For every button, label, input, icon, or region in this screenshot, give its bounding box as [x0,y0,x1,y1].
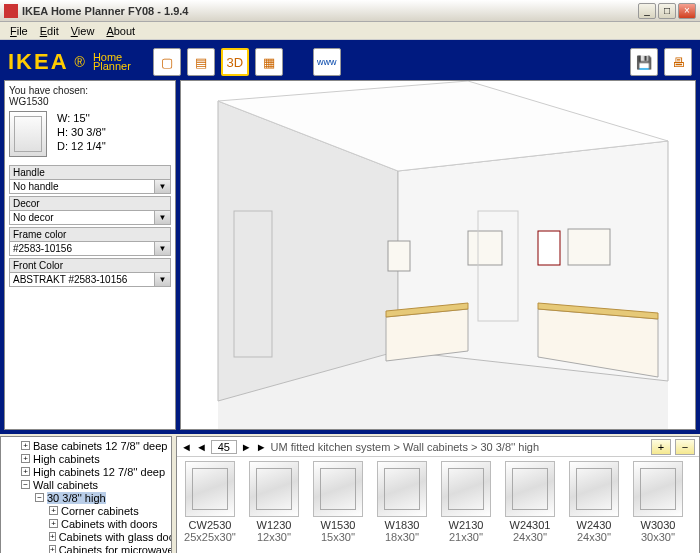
cabinet-thumb-icon [633,461,683,517]
tool-print-icon[interactable]: 🖶 [664,48,692,76]
chevron-down-icon[interactable]: ▼ [155,241,171,256]
3d-viewport[interactable] [180,80,696,430]
label-decor: Decor [9,196,171,210]
tool-list-icon[interactable]: ▦ [255,48,283,76]
chosen-thumbnail [9,111,47,157]
dim-width: W: 15'' [57,111,106,125]
cabinet-thumb-icon [377,461,427,517]
arrow-left-icon[interactable]: ◄ [181,441,192,453]
tool-3d-icon[interactable]: 3D [221,48,249,76]
arrow-left-icon[interactable]: ◄ [196,441,207,453]
menu-view[interactable]: View [65,24,101,38]
zoom-in-button[interactable]: + [651,439,671,455]
close-button[interactable]: × [678,3,696,19]
label-handle: Handle [9,165,171,179]
maximize-button[interactable]: □ [658,3,676,19]
cabinet-thumb-icon [569,461,619,517]
catalog-item[interactable]: W183018x30'' [373,461,431,550]
chosen-heading: You have chosen: [9,85,171,96]
cabinet-thumb-icon [249,461,299,517]
label-frontcolor: Front Color [9,258,171,272]
menu-bar: File Edit View About [0,22,700,40]
catalog-panel: ◄ ◄ ► ► UM fitted kitchen system > Wall … [176,436,700,553]
catalog-item[interactable]: W213021x30'' [437,461,495,550]
svg-rect-5 [388,241,410,271]
dim-depth: D: 12 1/4'' [57,139,106,153]
svg-rect-6 [468,231,502,265]
catalog-item[interactable]: W243024x30'' [565,461,623,550]
label-framecolor: Frame color [9,227,171,241]
logo: IKEA [8,49,69,75]
category-tree[interactable]: +Base cabinets 12 7/8'' deep +High cabin… [0,436,172,553]
cabinet-thumb-icon [505,461,555,517]
properties-panel: You have chosen: WG1530 W: 15'' H: 30 3/… [4,80,176,430]
select-handle[interactable] [9,179,155,194]
arrow-right-icon[interactable]: ► [256,441,267,453]
catalog-item[interactable]: W153015x30'' [309,461,367,550]
cabinet-thumb-icon [441,461,491,517]
select-decor[interactable] [9,210,155,225]
catalog-item[interactable]: CW253025x25x30'' [181,461,239,550]
breadcrumb: UM fitted kitchen system > Wall cabinets… [271,441,540,453]
app-icon [4,4,18,18]
menu-about[interactable]: About [100,24,141,38]
catalog-item[interactable]: W2430124x30'' [501,461,559,550]
cabinet-thumb-icon [313,461,363,517]
catalog-item[interactable]: W303030x30'' [629,461,687,550]
minimize-button[interactable]: _ [638,3,656,19]
svg-rect-8 [568,229,610,265]
tool-www-icon[interactable]: www [313,48,341,76]
window-title: IKEA Home Planner FY08 - 1.9.4 [22,5,638,17]
chevron-down-icon[interactable]: ▼ [155,179,171,194]
chosen-code: WG1530 [9,96,171,107]
dim-height: H: 30 3/8'' [57,125,106,139]
tool-new-icon[interactable]: ▢ [153,48,181,76]
select-framecolor[interactable] [9,241,155,256]
tree-selected: 30 3/8'' high [47,492,106,504]
page-input[interactable] [211,440,237,454]
menu-edit[interactable]: Edit [34,24,65,38]
catalog-item[interactable]: W123012x30'' [245,461,303,550]
select-frontcolor[interactable] [9,272,155,287]
toolbar: IKEA ® HomePlanner ▢ ▤ 3D ▦ www 💾 🖶 [4,44,696,80]
window-titlebar: IKEA Home Planner FY08 - 1.9.4 _ □ × [0,0,700,22]
tool-save-icon[interactable]: 💾 [630,48,658,76]
tool-open-icon[interactable]: ▤ [187,48,215,76]
cabinet-thumb-icon [185,461,235,517]
zoom-out-button[interactable]: − [675,439,695,455]
menu-file[interactable]: File [4,24,34,38]
chevron-down-icon[interactable]: ▼ [155,210,171,225]
chevron-down-icon[interactable]: ▼ [155,272,171,287]
arrow-right-icon[interactable]: ► [241,441,252,453]
svg-rect-7 [538,231,560,265]
